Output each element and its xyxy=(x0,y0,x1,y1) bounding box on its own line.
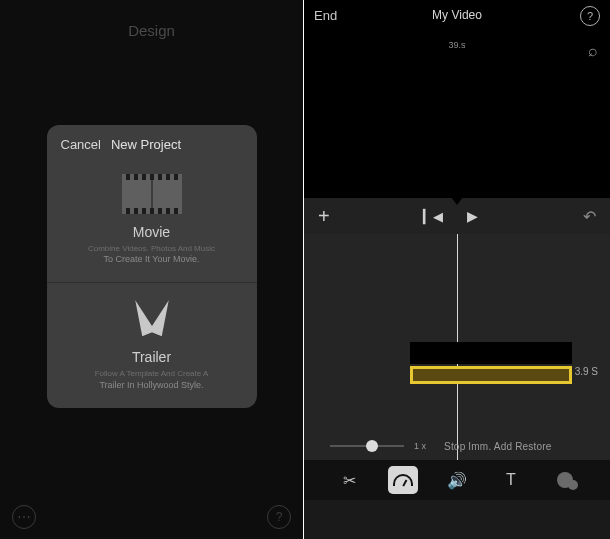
film-icon xyxy=(122,174,182,214)
zoom-slider[interactable] xyxy=(330,445,404,447)
add-button[interactable]: + xyxy=(318,205,330,228)
movie-title: Movie xyxy=(61,224,243,240)
cancel-button[interactable]: Cancel xyxy=(61,137,101,152)
text-icon: T xyxy=(506,471,516,489)
audio-clip[interactable] xyxy=(410,366,572,384)
more-icon[interactable]: ⋯ xyxy=(12,505,36,529)
playhead-notch-icon xyxy=(451,197,463,205)
help-icon[interactable]: ? xyxy=(580,6,600,26)
trailer-desc-1: Follow A Template And Create A xyxy=(61,369,243,379)
movie-option[interactable]: Movie Combine Videos. Photos And Music T… xyxy=(47,158,257,282)
clip-duration: 3.9 S xyxy=(575,366,598,377)
skip-start-button[interactable]: ▎◀ xyxy=(423,209,443,224)
zoom-level: 1 x xyxy=(414,441,426,451)
playback-toolbar: + ▎◀ ▶ ↶ xyxy=(304,198,610,234)
new-project-modal: Cancel New Project Movie Combine Videos.… xyxy=(47,125,257,408)
speed-button[interactable] xyxy=(388,466,418,494)
zoom-actions-text[interactable]: Stop Imm. Add Restore xyxy=(444,441,552,452)
video-title: My Video xyxy=(432,8,482,22)
spotlight-icon xyxy=(127,299,177,343)
volume-button[interactable]: 🔊 xyxy=(442,466,472,494)
speaker-icon: 🔊 xyxy=(447,471,467,490)
movie-desc-2: To Create It Your Movie. xyxy=(61,254,243,264)
undo-button[interactable]: ↶ xyxy=(583,207,596,226)
bottom-toolbar: ✂ 🔊 T xyxy=(304,460,610,500)
color-filter-icon xyxy=(557,472,573,488)
scissors-icon: ✂ xyxy=(343,471,356,490)
movie-desc-1: Combine Videos. Photos And Music xyxy=(61,244,243,254)
slider-thumb-icon[interactable] xyxy=(366,440,378,452)
filter-button[interactable] xyxy=(550,466,580,494)
right-panel: End My Video ? 39.s ⌕ + ▎◀ ▶ ↶ 3.9 S 1 x… xyxy=(304,0,610,539)
timeline-area[interactable]: 3.9 S 1 x Stop Imm. Add Restore ✂ 🔊 T xyxy=(304,234,610,500)
speedometer-icon xyxy=(393,474,413,486)
cut-button[interactable]: ✂ xyxy=(334,466,364,494)
help-icon[interactable]: ? xyxy=(267,505,291,529)
trailer-desc-2: Trailer In Hollywood Style. xyxy=(61,380,243,390)
trailer-title: Trailer xyxy=(61,349,243,365)
modal-header: Cancel New Project xyxy=(47,125,257,158)
preview-time: 39.s xyxy=(448,40,465,50)
left-panel: Design Cancel New Project Movie Combine … xyxy=(0,0,303,539)
magnify-icon[interactable]: ⌕ xyxy=(588,42,598,60)
end-button[interactable]: End xyxy=(314,8,337,23)
trailer-option[interactable]: Trailer Follow A Template And Create A T… xyxy=(47,282,257,407)
text-button[interactable]: T xyxy=(496,466,526,494)
video-clip[interactable] xyxy=(410,342,572,364)
modal-title: New Project xyxy=(111,137,181,152)
preview-area: End My Video ? 39.s ⌕ xyxy=(304,0,610,198)
left-header-title: Design xyxy=(0,0,303,39)
zoom-row: 1 x Stop Imm. Add Restore xyxy=(304,436,610,456)
play-button[interactable]: ▶ xyxy=(467,208,478,224)
